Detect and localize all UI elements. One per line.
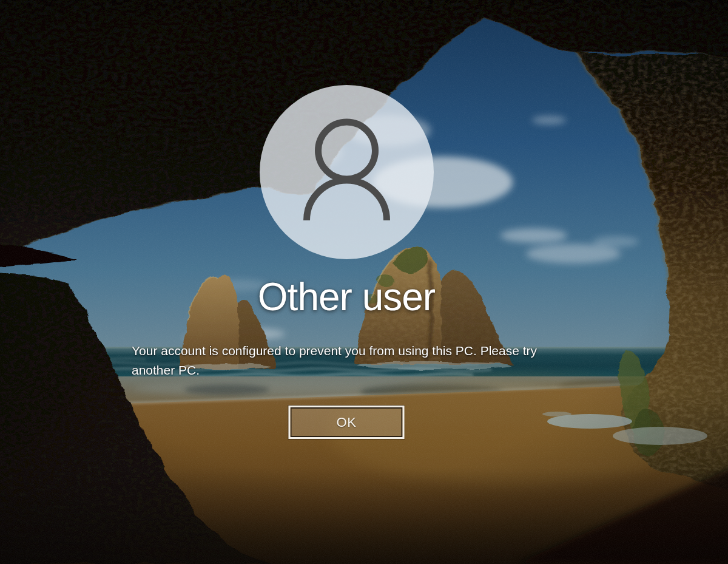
error-message-line-2: another PC. bbox=[132, 361, 568, 380]
user-icon bbox=[260, 85, 434, 259]
sign-in-screen: Other user Your account is configured to… bbox=[0, 0, 728, 564]
user-avatar bbox=[260, 85, 434, 259]
error-message: Your account is configured to prevent yo… bbox=[132, 341, 568, 380]
user-display-name: Other user bbox=[128, 274, 565, 319]
sign-in-panel: Other user Your account is configured to… bbox=[128, 0, 565, 564]
error-message-line-1: Your account is configured to prevent yo… bbox=[132, 341, 568, 361]
ok-button[interactable]: OK bbox=[289, 406, 405, 439]
